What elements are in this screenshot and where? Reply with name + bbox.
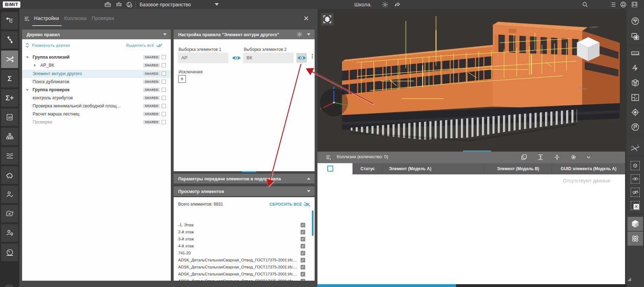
tree-row[interactable]: Проверка минимальной свободной площади с…	[22, 102, 171, 110]
ruler-icon[interactable]	[628, 46, 643, 60]
element-checkbox-checked[interactable]: ✓	[301, 265, 305, 269]
tab-settings[interactable]: Настройки	[34, 15, 59, 21]
clash-flash-icon[interactable]	[628, 61, 643, 75]
double-check-icon[interactable]	[156, 43, 163, 48]
chevron-down-icon[interactable]	[26, 89, 29, 91]
team-icon[interactable]	[115, 1, 123, 8]
search-icon[interactable]	[581, 1, 589, 8]
element-row[interactable]: ADSK_ДетальСтальнаяСварная_Отвод_ГОСТ173…	[174, 271, 315, 278]
tree-row-checkbox[interactable]	[162, 55, 166, 59]
rules-tree-header[interactable]: Дерево правил	[22, 29, 171, 39]
show-eye-icon[interactable]	[628, 172, 643, 186]
more-options-icon[interactable]: ⋮	[310, 55, 315, 57]
sidebar-item-person-check[interactable]	[1, 186, 18, 203]
element-checkbox-checked[interactable]: ✓	[301, 230, 305, 234]
chevron-down-icon[interactable]	[26, 56, 29, 58]
sidebar-item-person-pin[interactable]	[1, 224, 18, 242]
sidebar-item-sigma[interactable]: Σ	[1, 70, 18, 87]
close-icon[interactable]: ✕	[302, 14, 310, 23]
scrollbar-thumb[interactable]	[312, 211, 314, 236]
rule-config-header[interactable]: Настройка правила "Элемент внтури другог…	[174, 29, 315, 39]
element-row[interactable]: ADSK_ДетальСтальнаяСварная_Отвод_ГОСТ173…	[174, 278, 315, 281]
expand-rows-icon[interactable]	[537, 154, 544, 161]
element-row[interactable]: ADSK_ДетальСтальнаяСварная_Отвод_ГОСТ173…	[174, 264, 315, 271]
chevron-right-icon[interactable]	[34, 64, 36, 67]
briefcase-icon[interactable]	[104, 1, 112, 8]
element-row[interactable]: 3-й этаж✓	[174, 236, 315, 243]
element-checkbox-checked[interactable]: ✓	[301, 258, 305, 262]
sidebar-item-sigma-plus[interactable]: Σ+	[1, 89, 18, 107]
tree-row-checkbox[interactable]	[162, 63, 166, 67]
add-exclusion-button[interactable]: +	[178, 75, 186, 83]
elements-view-header[interactable]: Просмотр элементов	[174, 186, 315, 196]
tree-row-checkbox[interactable]	[162, 80, 166, 84]
selection2-field[interactable]: ВК	[243, 53, 294, 63]
tree-row[interactable]: АР_ВК SHARED	[22, 61, 171, 69]
tree-row-checkbox[interactable]	[162, 104, 166, 108]
tree-row-checkbox[interactable]	[162, 88, 166, 92]
user-icon[interactable]	[631, 1, 638, 8]
app-logo[interactable]: BiMiT	[3, 1, 20, 8]
column-header-element-a[interactable]: Элемент (Модель A)	[382, 163, 484, 174]
expand-collapse-icon[interactable]	[25, 43, 29, 48]
element-row[interactable]: 2-й этаж✓	[174, 229, 315, 236]
nature-tree-icon[interactable]	[628, 14, 643, 28]
gear-icon[interactable]	[381, 1, 389, 8]
tree-row-checkbox[interactable]	[162, 112, 166, 116]
select-all-link[interactable]: Выделить всё	[126, 43, 154, 47]
sidebar-item-gauge[interactable]	[1, 243, 18, 261]
tree-row[interactable]: Проверки SHARED	[22, 118, 171, 126]
focus-center-icon[interactable]	[321, 13, 334, 26]
element-row[interactable]: 4-й этаж✓	[174, 243, 315, 250]
flag-icon[interactable]	[628, 120, 643, 134]
list-icon[interactable]	[609, 1, 617, 8]
element-row[interactable]: 741-20✓	[174, 250, 315, 257]
globe-clock-icon[interactable]	[126, 1, 133, 8]
transfer-params-header[interactable]: Параметры передачи элементов в подправил…	[174, 174, 315, 183]
element-checkbox-checked[interactable]: ✓	[301, 251, 305, 255]
expand-tree-link[interactable]: Развернуть дерево	[32, 43, 70, 47]
tab-checks[interactable]: Проверки	[92, 15, 114, 21]
element-checkbox-checked[interactable]: ✓	[301, 237, 305, 241]
workspace-caret-icon[interactable]	[215, 3, 219, 6]
notifications-icon[interactable]	[619, 1, 627, 8]
column-header-element-b[interactable]: Элемент (Модель B)	[484, 163, 552, 174]
collapse-panel-icon[interactable]	[325, 154, 332, 161]
floor-plan-icon[interactable]	[628, 91, 643, 105]
collapse-panel-icon[interactable]	[24, 15, 31, 22]
help-button[interactable]: ?	[4, 284, 14, 287]
tab-collisions[interactable]: Коллизии	[64, 15, 87, 21]
section-cube-icon[interactable]	[628, 76, 643, 90]
resize-grip-icon[interactable]	[627, 277, 631, 281]
sidebar-item-waves-chart[interactable]	[1, 147, 18, 165]
reset-check-icon[interactable]	[303, 201, 311, 207]
reset-all-link[interactable]: СБРОСИТЬ ВСЁ	[269, 202, 302, 206]
sidebar-item-org-chart[interactable]	[1, 128, 18, 145]
sidebar-item-branch[interactable]	[1, 31, 18, 49]
sidebar-item-collisions[interactable]	[1, 51, 18, 68]
tree-row-checkbox[interactable]	[162, 96, 166, 100]
chevron-down-icon[interactable]	[585, 154, 592, 161]
element-checkbox-checked[interactable]: ✓	[301, 244, 305, 248]
tree-row-checkbox[interactable]	[162, 72, 166, 76]
hide-eye-icon[interactable]	[628, 185, 643, 199]
tree-row[interactable]: Поиск дубликатов SHARED	[22, 78, 171, 86]
solid-cube-icon[interactable]	[628, 217, 643, 231]
element-checkbox-checked[interactable]: ✓	[301, 223, 305, 227]
copy-icon[interactable]	[520, 154, 528, 161]
dimension-icon[interactable]: 12	[628, 141, 643, 155]
workspace-selector[interactable]: Базовое пространство	[140, 2, 191, 7]
tree-row[interactable]: Расчет марша лестниц SHARED	[22, 110, 171, 118]
orbit-icon[interactable]	[628, 232, 643, 246]
visibility-eye-icon[interactable]	[232, 54, 241, 62]
selection1-field[interactable]: АР	[178, 53, 228, 63]
select-all-checkbox[interactable]	[327, 166, 333, 172]
sidebar-item-2d[interactable]: 2D	[1, 108, 18, 126]
tree-row[interactable]: контроль атрибутов SHARED	[22, 94, 171, 102]
gear-icon[interactable]	[570, 154, 577, 161]
sidebar-item-puzzle[interactable]	[1, 166, 18, 184]
column-header-guid-a[interactable]: GUID элемента (Модель A)	[552, 163, 625, 174]
tree-row[interactable]: Группа коллизий SHARED	[22, 53, 171, 61]
clear-selection-icon[interactable]: ✕	[628, 199, 643, 213]
selection-frame-icon[interactable]	[628, 29, 643, 44]
